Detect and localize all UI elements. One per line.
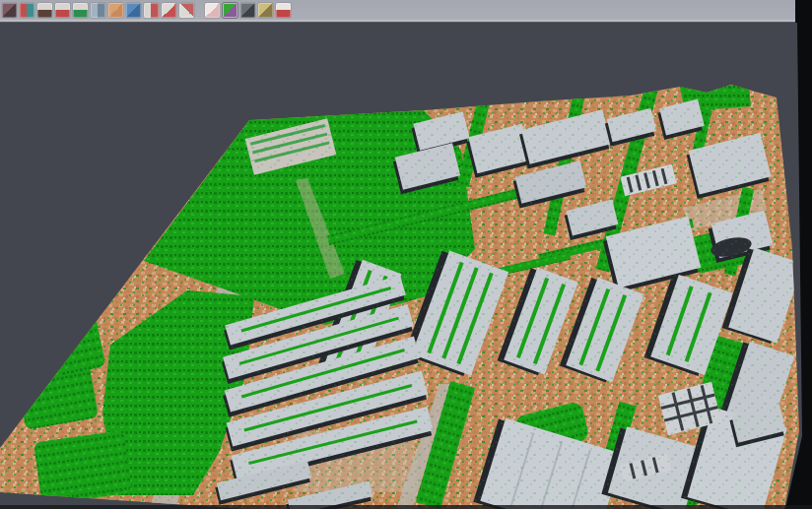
cross-section-icon[interactable] bbox=[258, 3, 273, 18]
toolbar bbox=[0, 0, 795, 20]
point-cloud-scene bbox=[0, 23, 812, 509]
control-points-icon[interactable] bbox=[55, 3, 70, 18]
vegetation-surface-icon[interactable] bbox=[73, 3, 88, 18]
viewport-3d[interactable] bbox=[0, 23, 812, 509]
flag-report-icon[interactable] bbox=[276, 3, 291, 18]
screen-edge-bottom bbox=[0, 505, 812, 509]
hillshade-sphere-icon[interactable] bbox=[240, 3, 255, 18]
terrain-model-icon[interactable] bbox=[37, 3, 52, 18]
contour-lines-icon[interactable] bbox=[144, 3, 159, 18]
toolbar-separator bbox=[197, 3, 205, 18]
classify-tool-icon[interactable] bbox=[20, 3, 34, 18]
zoom-extents-icon[interactable] bbox=[179, 3, 194, 18]
globe-3d-view-icon[interactable] bbox=[126, 3, 141, 18]
profile-view-icon[interactable] bbox=[91, 3, 105, 18]
grid-overlay-icon[interactable] bbox=[205, 3, 220, 18]
points-cloud-icon[interactable] bbox=[2, 3, 17, 18]
orthophoto-icon[interactable] bbox=[108, 3, 123, 18]
classification-colors-icon[interactable] bbox=[223, 3, 237, 18]
measure-circle-icon[interactable] bbox=[162, 3, 176, 18]
application-window bbox=[0, 0, 812, 509]
